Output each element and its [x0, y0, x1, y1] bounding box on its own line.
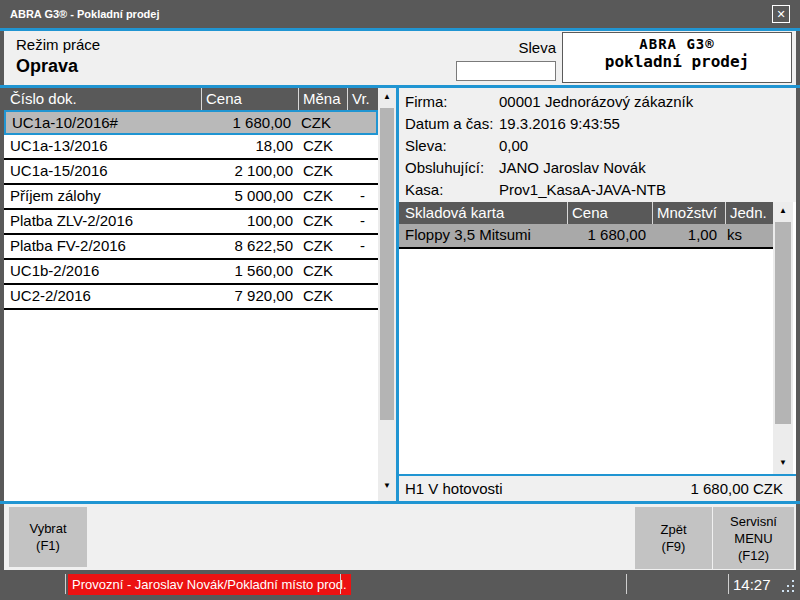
- close-icon[interactable]: ✕: [772, 5, 790, 23]
- document-row[interactable]: UC2-2/2016 7 920,00 CZK: [4, 285, 378, 310]
- doc-currency-cell: CZK: [298, 135, 347, 158]
- doc-currency-cell: CZK: [296, 112, 345, 133]
- service-menu-label1: Servisní: [713, 513, 794, 530]
- doc-number-cell: Platba FV-2/2016: [4, 235, 201, 258]
- app-window: ABRA G3® - Pokladní prodej ✕ Režim práce…: [0, 0, 800, 600]
- doc-price-cell: 1 680,00: [199, 112, 296, 133]
- column-header-jedn: Jedn.: [725, 202, 773, 224]
- doc-currency-cell: CZK: [298, 210, 347, 233]
- doc-return-cell: [345, 112, 376, 133]
- select-button[interactable]: Vybrat (F1): [9, 507, 87, 567]
- info-row: Datum a čas: 19.3.2016 9:43:55: [399, 113, 796, 135]
- column-header-doc: Číslo dok.: [4, 88, 201, 110]
- doc-return-cell: -: [347, 235, 378, 258]
- doc-currency-cell: CZK: [298, 260, 347, 283]
- documents-scrollbar[interactable]: ▲ ▼: [378, 88, 396, 501]
- info-label: Sleva:: [399, 135, 499, 157]
- item-row[interactable]: Floppy 3,5 Mitsumi 1 680,00 1,00 ks: [399, 224, 773, 249]
- document-row[interactable]: UC1b-2/2016 1 560,00 CZK: [4, 260, 378, 285]
- doc-price-cell: 2 100,00: [201, 160, 298, 183]
- scroll-down-icon[interactable]: ▼: [378, 479, 396, 493]
- sale-info-block: Firma: 00001 Jednorázový zákazník Datum …: [399, 88, 796, 202]
- status-separator: [340, 574, 341, 594]
- column-header-item-cena: Cena: [567, 202, 652, 224]
- column-header-vr: Vr.: [347, 88, 378, 110]
- discount-input[interactable]: [456, 61, 556, 81]
- item-qty-cell: 1,00: [652, 224, 725, 247]
- status-separator: [728, 574, 729, 594]
- document-row[interactable]: UC1a-10/2016# 1 680,00 CZK: [4, 110, 378, 135]
- column-header-cena: Cena: [201, 88, 298, 110]
- document-row[interactable]: UC1a-15/2016 2 100,00 CZK: [4, 160, 378, 185]
- doc-number-cell: UC1a-13/2016: [4, 135, 201, 158]
- column-header-skladova-karta: Skladová karta: [399, 202, 567, 224]
- info-value: Prov1_KasaA-JAVA-NTB: [499, 179, 796, 201]
- document-row[interactable]: Příjem zálohy 5 000,00 CZK -: [4, 185, 378, 210]
- doc-return-cell: [347, 260, 378, 283]
- work-mode-label: Režim práce: [16, 36, 100, 53]
- scroll-down-icon[interactable]: ▼: [773, 456, 793, 470]
- info-label: Kasa:: [399, 179, 499, 201]
- scrollbar-thumb[interactable]: [380, 108, 394, 420]
- doc-return-cell: [347, 135, 378, 158]
- doc-currency-cell: CZK: [298, 285, 347, 308]
- doc-price-cell: 8 622,50: [201, 235, 298, 258]
- doc-number-cell: UC1a-10/2016#: [6, 112, 199, 133]
- info-label: Datum a čas:: [399, 113, 499, 135]
- status-separator: [626, 574, 627, 594]
- doc-number-cell: Platba ZLV-2/2016: [4, 210, 201, 233]
- brand-logo-line1: ABRA G3®: [563, 36, 791, 52]
- discount-label: Sleva: [460, 39, 556, 56]
- scrollbar-thumb[interactable]: [775, 222, 791, 424]
- doc-currency-cell: CZK: [298, 185, 347, 208]
- doc-number-cell: UC2-2/2016: [4, 285, 201, 308]
- doc-return-cell: [347, 285, 378, 308]
- scroll-up-icon[interactable]: ▲: [378, 90, 396, 104]
- info-label: Obsluhující:: [399, 157, 499, 179]
- brand-logo-line2: pokladní prodej: [563, 52, 791, 71]
- select-button-label: Vybrat: [9, 520, 87, 537]
- clock-display: 14:27: [733, 574, 771, 595]
- info-value: JANO Jaroslav Novák: [499, 157, 796, 179]
- documents-table-header: Číslo dok. Cena Měna Vr.: [4, 88, 378, 110]
- header-panel: Režim práce Oprava Sleva ABRA G3® poklad…: [4, 31, 796, 85]
- doc-return-cell: -: [347, 185, 378, 208]
- info-value: 00001 Jednorázový zákazník: [499, 91, 796, 113]
- doc-number-cell: Příjem zálohy: [4, 185, 201, 208]
- documents-table: Číslo dok. Cena Měna Vr. UC1a-10/2016# 1…: [4, 88, 396, 501]
- sale-detail-panel: Firma: 00001 Jednorázový zákazník Datum …: [399, 88, 796, 501]
- document-row[interactable]: Platba FV-2/2016 8 622,50 CZK -: [4, 235, 378, 260]
- service-menu-label2: MENU: [713, 530, 794, 547]
- back-button[interactable]: Zpět (F9): [635, 507, 712, 569]
- doc-currency-cell: CZK: [298, 235, 347, 258]
- item-unit-cell: ks: [725, 224, 773, 247]
- work-mode-value: Oprava: [16, 56, 78, 77]
- doc-price-cell: 1 560,00: [201, 260, 298, 283]
- info-label: Firma:: [399, 91, 499, 113]
- payment-total-amount: 1 680,00 CZK: [690, 476, 783, 501]
- window-title: ABRA G3® - Pokladní prodej: [10, 0, 160, 28]
- column-header-mnozstvi: Množství: [652, 202, 725, 224]
- back-button-shortcut: (F9): [635, 538, 712, 555]
- document-row[interactable]: UC1a-13/2016 18,00 CZK: [4, 135, 378, 160]
- items-scrollbar[interactable]: ▲ ▼: [773, 202, 793, 474]
- info-row: Firma: 00001 Jednorázový zákazník: [399, 91, 796, 113]
- doc-number-cell: UC1b-2/2016: [4, 260, 201, 283]
- document-row[interactable]: Platba ZLV-2/2016 100,00 CZK -: [4, 210, 378, 235]
- status-bar: Provozní - Jaroslav Novák/Pokladní místo…: [0, 570, 800, 600]
- doc-return-cell: -: [347, 210, 378, 233]
- info-value: 0,00: [499, 135, 796, 157]
- info-row: Kasa: Prov1_KasaA-JAVA-NTB: [399, 179, 796, 201]
- doc-currency-cell: CZK: [298, 160, 347, 183]
- doc-price-cell: 18,00: [201, 135, 298, 158]
- item-name-cell: Floppy 3,5 Mitsumi: [399, 224, 567, 247]
- column-header-mena: Měna: [298, 88, 347, 110]
- doc-return-cell: [347, 160, 378, 183]
- title-bar[interactable]: ABRA G3® - Pokladní prodej ✕: [0, 0, 800, 28]
- items-table-body: Floppy 3,5 Mitsumi 1 680,00 1,00 ks: [399, 224, 773, 249]
- info-value: 19.3.2016 9:43:55: [499, 113, 796, 135]
- operator-status-badge: Provozní - Jaroslav Novák/Pokladní místo…: [68, 574, 351, 595]
- service-menu-button[interactable]: Servisní MENU (F12): [713, 507, 794, 569]
- scroll-up-icon[interactable]: ▲: [773, 204, 793, 218]
- resize-grip-icon[interactable]: [781, 579, 795, 593]
